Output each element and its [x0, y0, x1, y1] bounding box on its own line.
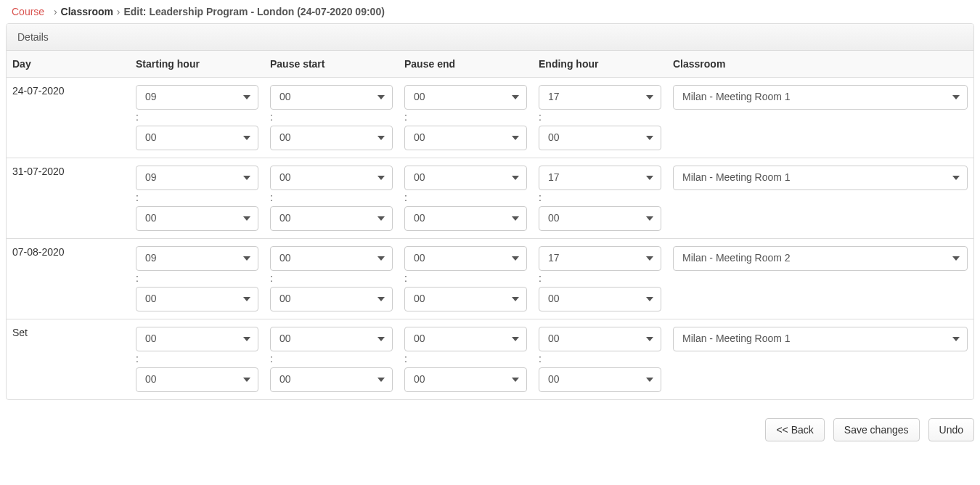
header-pause-start: Pause start [264, 51, 399, 78]
pause_start-hour-select[interactable]: 00 [270, 85, 393, 110]
time-separator: : [539, 351, 661, 367]
time-separator: : [539, 190, 661, 206]
time-separator: : [539, 110, 661, 126]
starting_hour-hour-select[interactable]: 09 [136, 166, 258, 190]
pause_end-hour-select[interactable]: 00 [404, 246, 527, 271]
pause_start-minute-select[interactable]: 00 [270, 206, 393, 231]
ending_hour-minute-select[interactable]: 00 [539, 206, 661, 231]
breadcrumb: Course › Classroom › Edit: Leadership Pr… [6, 0, 974, 23]
time-separator: : [404, 190, 527, 206]
time-separator: : [270, 110, 393, 126]
pause_start-hour-select[interactable]: 00 [270, 327, 393, 351]
time-separator: : [270, 351, 393, 367]
time-separator: : [136, 271, 258, 287]
pause_start-minute-select[interactable]: 00 [270, 367, 393, 392]
time-separator: : [539, 271, 661, 287]
starting_hour-minute-select[interactable]: 00 [136, 126, 258, 150]
pause_start-minute-select[interactable]: 00 [270, 126, 393, 150]
table-row: Set00:0000:0000:0000:00Milan - Meeting R… [7, 319, 973, 400]
day-cell: Set [7, 319, 130, 400]
time-separator: : [404, 271, 527, 287]
time-separator: : [270, 190, 393, 206]
ending_hour-minute-select[interactable]: 00 [539, 367, 661, 392]
classroom-select[interactable]: Milan - Meeting Room 1 [673, 85, 968, 110]
day-cell: 31-07-2020 [7, 158, 130, 239]
panel-title: Details [7, 24, 973, 51]
back-button[interactable]: << Back [765, 418, 824, 441]
classroom-select[interactable]: Milan - Meeting Room 1 [673, 166, 968, 190]
pause_end-minute-select[interactable]: 00 [404, 287, 527, 311]
breadcrumb-separator: › [117, 6, 121, 17]
table-row: 31-07-202009:0000:0000:0017:00Milan - Me… [7, 158, 973, 239]
ending_hour-hour-select[interactable]: 17 [539, 246, 661, 271]
pause_end-hour-select[interactable]: 00 [404, 327, 527, 351]
pause_end-hour-select[interactable]: 00 [404, 166, 527, 190]
classroom-select[interactable]: Milan - Meeting Room 1 [673, 327, 968, 351]
table-row: 24-07-202009:0000:0000:0017:00Milan - Me… [7, 78, 973, 158]
breadcrumb-section: Classroom [61, 6, 113, 17]
ending_hour-hour-select[interactable]: 00 [539, 327, 661, 351]
time-separator: : [270, 271, 393, 287]
pause_end-hour-select[interactable]: 00 [404, 85, 527, 110]
breadcrumb-course-link[interactable]: Course [6, 4, 50, 19]
time-separator: : [404, 351, 527, 367]
pause_end-minute-select[interactable]: 00 [404, 126, 527, 150]
header-starting-hour: Starting hour [130, 51, 264, 78]
pause_start-hour-select[interactable]: 00 [270, 166, 393, 190]
day-cell: 24-07-2020 [7, 78, 130, 158]
starting_hour-hour-select[interactable]: 09 [136, 246, 258, 271]
time-separator: : [136, 190, 258, 206]
ending_hour-minute-select[interactable]: 00 [539, 126, 661, 150]
undo-button[interactable]: Undo [928, 418, 974, 441]
save-button[interactable]: Save changes [833, 418, 920, 441]
starting_hour-hour-select[interactable]: 09 [136, 85, 258, 110]
header-day: Day [7, 51, 130, 78]
header-classroom: Classroom [667, 51, 973, 78]
schedule-table: Day Starting hour Pause start Pause end … [7, 51, 973, 399]
pause_end-minute-select[interactable]: 00 [404, 367, 527, 392]
time-separator: : [136, 110, 258, 126]
ending_hour-hour-select[interactable]: 17 [539, 166, 661, 190]
classroom-select[interactable]: Milan - Meeting Room 2 [673, 246, 968, 271]
starting_hour-hour-select[interactable]: 00 [136, 327, 258, 351]
starting_hour-minute-select[interactable]: 00 [136, 367, 258, 392]
footer-buttons: << Back Save changes Undo [6, 418, 974, 441]
ending_hour-minute-select[interactable]: 00 [539, 287, 661, 311]
header-pause-end: Pause end [399, 51, 533, 78]
time-separator: : [136, 351, 258, 367]
time-separator: : [404, 110, 527, 126]
starting_hour-minute-select[interactable]: 00 [136, 287, 258, 311]
pause_start-hour-select[interactable]: 00 [270, 246, 393, 271]
day-cell: 07-08-2020 [7, 239, 130, 319]
breadcrumb-separator: › [54, 6, 57, 17]
starting_hour-minute-select[interactable]: 00 [136, 206, 258, 231]
details-panel: Details Day Starting hour Pause start Pa… [6, 23, 974, 400]
header-ending-hour: Ending hour [533, 51, 667, 78]
breadcrumb-current: Edit: Leadership Program - London (24-07… [123, 6, 384, 17]
pause_start-minute-select[interactable]: 00 [270, 287, 393, 311]
pause_end-minute-select[interactable]: 00 [404, 206, 527, 231]
table-row: 07-08-202009:0000:0000:0017:00Milan - Me… [7, 239, 973, 319]
ending_hour-hour-select[interactable]: 17 [539, 85, 661, 110]
